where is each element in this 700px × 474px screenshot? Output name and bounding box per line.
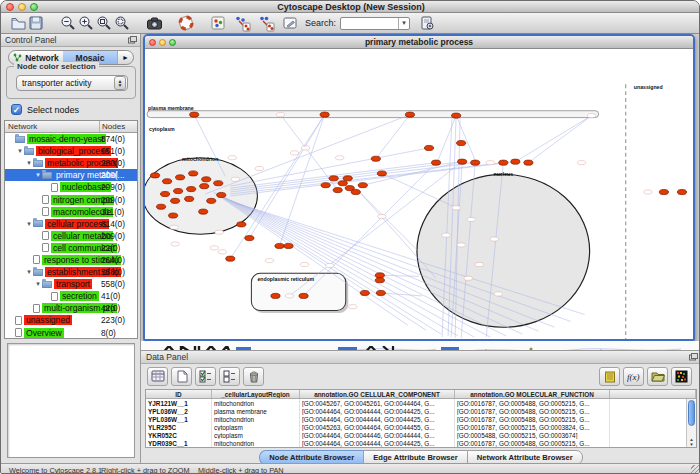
tree-row[interactable]: ▾metabolic process280(0) (5, 157, 137, 169)
node[interactable] (190, 112, 199, 117)
notepad-icon[interactable] (599, 367, 620, 386)
new-attribute-icon[interactable] (171, 367, 192, 386)
node-small[interactable] (577, 161, 585, 165)
tree-row[interactable]: secretion41(0) (5, 290, 137, 302)
network-window-titlebar[interactable]: primary metabolic process (145, 36, 693, 49)
search-dropdown-icon[interactable]: ▾ (398, 18, 409, 29)
node-small[interactable] (301, 146, 309, 150)
node-small[interactable] (218, 250, 226, 254)
node[interactable] (214, 181, 223, 186)
table-column-header[interactable]: ID (146, 390, 212, 398)
node[interactable] (375, 273, 384, 278)
edge[interactable] (381, 293, 422, 296)
select-nodes-checkbox[interactable]: ✓ (11, 104, 22, 115)
node[interactable] (321, 183, 330, 188)
vizmapper-icon[interactable] (209, 14, 227, 32)
search-input[interactable] (341, 18, 398, 29)
node[interactable] (275, 243, 284, 248)
node[interactable] (458, 159, 467, 164)
tree-col-nodes[interactable]: Nodes (100, 121, 137, 132)
import-attributes-icon[interactable] (647, 367, 668, 386)
zoom-out-icon[interactable] (59, 14, 77, 32)
table-column-header[interactable]: annotation.GO CELLULAR_COMPONENT (300, 390, 455, 398)
table-column-header[interactable]: _cellularLayoutRegion (212, 390, 300, 398)
table-column-header[interactable]: annotation.GO MOLECULAR_FUNCTION (455, 390, 610, 398)
node-small[interactable] (300, 262, 308, 266)
tree-row[interactable]: ▾biological_process651(0) (5, 145, 137, 157)
help-icon[interactable] (177, 14, 195, 32)
node[interactable] (245, 236, 254, 241)
edge[interactable] (380, 275, 419, 276)
node[interactable] (360, 290, 369, 295)
node[interactable] (320, 112, 329, 117)
node-small[interactable] (210, 246, 218, 250)
edge[interactable] (356, 188, 418, 251)
node[interactable] (358, 183, 367, 188)
node[interactable] (351, 189, 360, 194)
node-small[interactable] (276, 113, 284, 117)
node[interactable] (371, 156, 380, 161)
node[interactable] (170, 198, 179, 203)
node[interactable] (424, 145, 433, 150)
tab-overflow-arrow-icon[interactable]: ► (117, 51, 133, 64)
title-bar[interactable]: Cytoscape Desktop (New Session) (1, 1, 700, 13)
node[interactable] (207, 198, 216, 203)
open-file-icon[interactable] (9, 14, 27, 32)
node[interactable] (431, 160, 440, 165)
scrollbar-arrows-icon[interactable]: ▲▼ (687, 437, 696, 447)
node[interactable] (284, 243, 293, 248)
tree-row[interactable]: ▾establishment of lo558(0) (5, 266, 137, 278)
disclosure-triangle-icon[interactable]: ▾ (34, 280, 42, 288)
node-small[interactable] (467, 217, 475, 221)
formula-builder-icon[interactable]: f(x) (623, 367, 644, 386)
disclosure-triangle-icon[interactable]: ▾ (34, 171, 42, 179)
node[interactable] (659, 189, 668, 194)
birds-eye-view-panel[interactable] (7, 343, 135, 458)
node-small[interactable] (170, 225, 178, 229)
disclosure-triangle-icon[interactable]: ▾ (16, 147, 24, 155)
table-row[interactable]: YPL036W__2plasma membrane[GO:0044464, GO… (146, 407, 696, 415)
node[interactable] (160, 191, 169, 196)
node[interactable] (150, 173, 159, 178)
attribute-table-icon[interactable] (147, 367, 168, 386)
attribute-matrix-icon[interactable] (671, 367, 692, 386)
node[interactable] (375, 278, 384, 283)
edge[interactable] (515, 116, 591, 162)
snapshot-icon[interactable] (145, 14, 163, 32)
annotation-icon[interactable] (281, 14, 299, 32)
node[interactable] (329, 176, 338, 181)
node-small[interactable] (378, 214, 386, 218)
node[interactable] (185, 196, 194, 201)
network-canvas[interactable]: plasma membranecytoplasmmitochondrionnuc… (145, 49, 693, 339)
table-row[interactable]: YLR295Ccytoplasm[GO:0045263, GO:0044464,… (146, 423, 696, 431)
node[interactable] (162, 179, 171, 184)
table-row[interactable]: YPL036W__1mitochondrion[GO:0044464, GO:0… (146, 415, 696, 423)
node-small[interactable] (335, 156, 343, 160)
tree-row[interactable]: cellular metabo209(0) (5, 230, 137, 242)
node[interactable] (200, 184, 209, 189)
node[interactable] (299, 293, 308, 298)
zoom-in-icon[interactable] (77, 14, 95, 32)
unselect-attributes-icon[interactable] (219, 367, 240, 386)
node-small[interactable] (452, 206, 460, 210)
tree-row[interactable]: ▾transport558(0) (5, 278, 137, 290)
node-small[interactable] (231, 177, 239, 181)
resize-grip[interactable] (691, 465, 700, 474)
network-graph[interactable]: plasma membranecytoplasmmitochondrionnuc… (145, 49, 693, 339)
tree-row[interactable]: unassigned223(0) (5, 314, 137, 326)
edge[interactable] (528, 116, 591, 163)
network-view-window[interactable]: primary metabolic process plasma membran… (143, 34, 695, 341)
node[interactable] (471, 160, 480, 165)
node-small[interactable] (285, 294, 293, 298)
node-small[interactable] (475, 262, 483, 266)
node[interactable] (677, 189, 686, 194)
node-small[interactable] (490, 237, 498, 241)
node[interactable] (187, 187, 196, 192)
tree-row[interactable]: Overview8(0) (5, 327, 137, 339)
node-small[interactable] (255, 166, 263, 170)
node-small[interactable] (457, 243, 465, 247)
node[interactable] (189, 171, 198, 176)
tree-row[interactable]: multi-organism pro42(0) (5, 302, 137, 314)
zoom-selected-icon[interactable] (113, 14, 131, 32)
disclosure-triangle-icon[interactable]: ▾ (25, 268, 33, 276)
